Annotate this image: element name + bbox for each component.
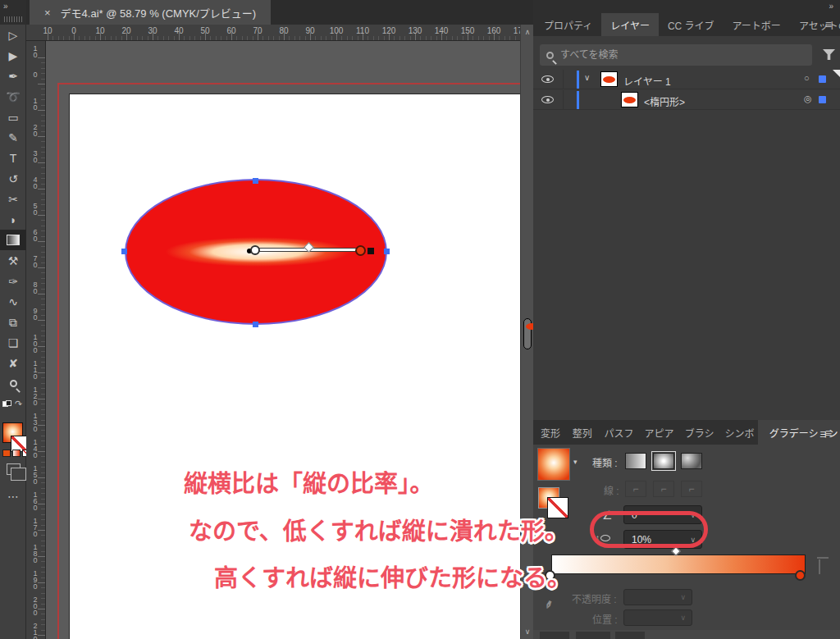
document-tab-bar: × デモ4.ai* @ 58.79 % (CMYK/プレビュー) <box>26 0 533 25</box>
gradient-annotator-end-handle[interactable] <box>368 248 374 254</box>
scroll-down-icon[interactable]: ∨ <box>521 628 534 636</box>
pen-tool[interactable]: ✒ <box>0 66 26 86</box>
ruler-number: 80 <box>26 281 45 307</box>
radial-gradient-type-button[interactable] <box>653 453 674 469</box>
expand-chevron-icon[interactable]: ∨ <box>584 73 590 82</box>
vertical-scrollbar[interactable]: ∧ ∨ <box>520 25 533 639</box>
ruler-number: 10 <box>26 97 45 123</box>
selection-tool[interactable]: ▷ <box>0 25 26 45</box>
collapsed-tab[interactable] <box>615 632 645 639</box>
position-dropdown[interactable]: ∨ <box>623 609 692 626</box>
dock-panel-tabs: 変形 整列 パスフ アピア ブラシ シンボ グラデーション ≡ <box>533 420 840 445</box>
more-tools-button[interactable]: ⋯ <box>0 486 26 506</box>
rectangle-tool[interactable]: ▭ <box>0 107 26 127</box>
visibility-eye-icon[interactable] <box>541 75 554 83</box>
layers-search[interactable] <box>540 44 812 66</box>
swap-fill-stroke[interactable]: ↷ <box>0 394 26 414</box>
canvas[interactable] <box>46 41 520 639</box>
selection-square[interactable] <box>819 96 826 103</box>
gradient-swatch[interactable] <box>537 448 570 481</box>
gradient-button[interactable] <box>12 450 21 457</box>
target-double-circle-icon[interactable]: ◎ <box>804 94 812 104</box>
scroll-thumb[interactable] <box>523 318 532 349</box>
visibility-eye-icon[interactable] <box>541 96 554 103</box>
selection-handle-left[interactable] <box>121 249 127 254</box>
tab-brushes[interactable]: ブラシ <box>678 420 718 445</box>
pencil-tool[interactable]: ✎ <box>0 127 26 148</box>
object-thumbnail[interactable] <box>621 92 638 107</box>
tab-cc-libraries[interactable]: CC ライブ <box>659 13 724 36</box>
collapsed-tab[interactable] <box>540 632 569 639</box>
tab-transform[interactable]: 変形 <box>533 420 565 445</box>
search-input[interactable] <box>560 49 765 61</box>
scissors-tool[interactable]: ✂ <box>0 189 26 209</box>
panel-corner-notch <box>833 70 840 77</box>
document-tab[interactable]: × デモ4.ai* @ 58.79 % (CMYK/プレビュー) <box>30 0 271 25</box>
selection-handle-bottom[interactable] <box>253 322 258 327</box>
position-label: 位置 : <box>592 612 618 626</box>
tab-assets[interactable]: アセットの <box>790 13 840 36</box>
tab-symbols[interactable]: シンボ <box>718 420 758 445</box>
artboard[interactable] <box>69 94 520 639</box>
slice-tool[interactable]: ✘ <box>0 353 26 373</box>
gradient-swatch-dropdown-icon[interactable]: ▾ <box>573 458 578 466</box>
width-tool[interactable]: ⚒ <box>0 250 26 271</box>
zoom-tool[interactable] <box>0 373 26 394</box>
freeform-gradient-type-button[interactable] <box>681 453 702 469</box>
eyedropper-icon[interactable]: ✒ <box>539 596 557 612</box>
layer-thumbnail[interactable] <box>600 71 618 87</box>
gradient-annotator-origin[interactable] <box>250 245 260 255</box>
toolbar-collapse-icon[interactable]: » <box>3 2 8 11</box>
type-tool[interactable]: T <box>0 148 26 168</box>
layer-row-1[interactable]: ∨ レイヤー 1 ○ <box>533 70 840 89</box>
tab-properties[interactable]: プロパティ <box>535 13 601 36</box>
tab-align[interactable]: 整列 <box>565 420 597 445</box>
artboard-tool[interactable]: ❏ <box>0 332 26 353</box>
close-icon[interactable]: × <box>44 7 51 19</box>
selection-handle-right[interactable] <box>384 249 390 254</box>
scroll-up-icon[interactable]: ∧ <box>521 28 534 36</box>
color-button[interactable] <box>2 450 11 457</box>
tab-appearance[interactable]: アピア <box>637 420 678 445</box>
eyedropper-tool[interactable]: ✑ <box>0 271 26 291</box>
layer-name[interactable]: レイヤー 1 <box>623 74 671 88</box>
shape-builder-tool[interactable]: ◗ <box>0 209 26 230</box>
curvature-tool[interactable]: ➰ <box>0 86 26 107</box>
gradient-tool[interactable] <box>0 230 26 250</box>
target-circle-icon[interactable]: ○ <box>804 73 810 83</box>
panel-header: » プロパティ レイヤー CC ライブ アートボー アセットの ≡ <box>533 0 840 36</box>
collapsed-tab[interactable] <box>576 632 610 639</box>
tab-artboards[interactable]: アートボー <box>724 13 790 36</box>
draw-mode-button[interactable] <box>7 463 21 475</box>
panel-collapse-icon[interactable]: » <box>829 2 833 11</box>
panel-menu-icon[interactable]: ≡ <box>825 18 832 31</box>
annotation-line-3: 高くすれば縦に伸びた形になる。 <box>214 559 571 593</box>
linear-gradient-type-button[interactable] <box>625 453 646 469</box>
tab-pathfinder[interactable]: パスフ <box>596 420 637 445</box>
symbol-tool[interactable]: ⧉ <box>0 312 26 332</box>
annotation-highlight-ring <box>590 511 708 548</box>
ruler-number: 140 <box>26 438 45 464</box>
selection-square[interactable] <box>819 75 826 83</box>
rotate-tool[interactable]: ↺ <box>0 168 26 189</box>
ruler-number: 50 <box>192 25 218 40</box>
delete-stop-icon[interactable] <box>819 559 820 574</box>
stroke-along-button[interactable]: ⌐ <box>653 481 674 497</box>
blend-tool[interactable]: ∿ <box>0 291 26 312</box>
gradient-annotator-end-stop[interactable] <box>355 245 366 256</box>
direct-selection-tool[interactable]: ▶ <box>0 45 26 66</box>
toolbar-grip[interactable] <box>4 16 22 22</box>
opacity-dropdown[interactable]: ∨ <box>623 589 692 605</box>
gradient-stop-end[interactable] <box>795 570 806 581</box>
filter-icon[interactable] <box>823 49 835 60</box>
stroke-across-button[interactable]: ⌐ <box>681 481 702 497</box>
ruler-number: 70 <box>244 25 271 40</box>
tab-layers[interactable]: レイヤー <box>601 13 659 36</box>
selection-handle-top[interactable] <box>253 178 258 184</box>
gradient-slider[interactable] <box>551 555 806 574</box>
toolbar-header: » <box>0 0 26 25</box>
dock-menu-icon[interactable]: ≡ <box>825 427 832 440</box>
stroke-within-button[interactable]: ⌐ <box>625 481 646 497</box>
object-name[interactable]: <楕円形> <box>644 94 685 108</box>
layer-row-2[interactable]: <楕円形> ◎ <box>533 90 840 110</box>
